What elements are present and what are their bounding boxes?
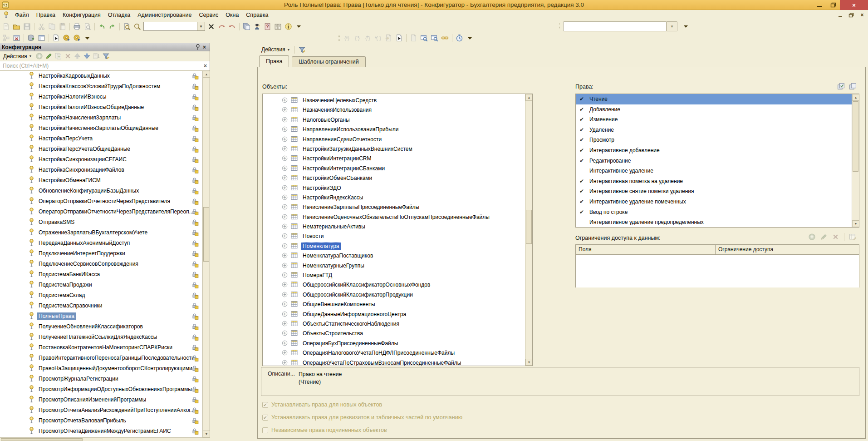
object-item[interactable]: НастройкиОбменСБанками xyxy=(263,173,532,183)
tree-item[interactable]: ПравоНаЗащищенныйДокументооборотСКонтрол… xyxy=(0,363,210,374)
timer-icon[interactable] xyxy=(455,33,464,43)
expand-icon[interactable] xyxy=(282,350,288,356)
tree-item[interactable]: ПросмотрОтчетаВаловаяПрибыль xyxy=(0,416,210,426)
scroll-up-button[interactable]: ▲ xyxy=(525,94,533,101)
checked-icon[interactable]: ✔ xyxy=(579,145,584,156)
search-window-icon[interactable] xyxy=(430,33,439,43)
tree-hscrollbar[interactable] xyxy=(0,437,210,441)
scroll-up-button[interactable]: ▲ xyxy=(203,71,210,78)
scrollbar-thumb[interactable] xyxy=(203,207,209,262)
tree-item[interactable]: ПостановкаКонтрагентовНаМониторингСПАРКР… xyxy=(0,342,210,353)
find-next-icon[interactable] xyxy=(217,22,226,31)
tab-права[interactable]: Права xyxy=(259,55,289,67)
expand-icon[interactable] xyxy=(282,233,288,239)
object-item[interactable]: НематериальныеАктивы xyxy=(263,222,532,232)
tree-item[interactable]: НастройкаСинхронизацииСЕГАИС xyxy=(0,154,210,165)
object-item[interactable]: НачислениеЗарплатыПрисоединенныеФайлы xyxy=(263,203,532,212)
object-item[interactable]: НалоговыеОрганы xyxy=(263,115,532,125)
tree-item[interactable]: НастройкаПерсУчета xyxy=(0,134,210,144)
tree-item[interactable]: ОператорОтправкиОтчетностиЧерезПредстави… xyxy=(0,207,210,217)
filter-icon[interactable] xyxy=(102,52,110,60)
clear-search-icon[interactable]: × xyxy=(204,63,207,69)
tree-item[interactable]: НастройкаПерсУчетаОбщиеДанные xyxy=(0,144,210,154)
expand-icon[interactable] xyxy=(282,107,288,113)
tree-item[interactable]: ПросмотрОтчетаДвиженияМеждуРегистрамиЕГА… xyxy=(0,426,210,436)
tree-item[interactable]: НастройкаНачисленияЗарплаты xyxy=(0,113,210,123)
filter-icon[interactable] xyxy=(297,45,307,55)
scrollbar-thumb[interactable] xyxy=(853,101,858,172)
print-icon[interactable] xyxy=(72,22,82,31)
object-item[interactable]: НаправленияИспользованияПрибыли xyxy=(263,125,532,134)
expand-icon[interactable] xyxy=(282,136,288,142)
close-panel-icon[interactable]: × xyxy=(201,44,208,50)
configuration-search-combo[interactable]: ▼ xyxy=(563,21,677,31)
menu-правка[interactable]: Правка xyxy=(33,10,59,20)
info-icon[interactable] xyxy=(284,22,293,31)
menu-отладка[interactable]: Отладка xyxy=(104,10,134,20)
expand-icon[interactable] xyxy=(282,175,288,181)
tree-item[interactable]: НастройкиОбменаГИСМ xyxy=(0,175,210,186)
expand-icon[interactable] xyxy=(282,223,288,229)
object-item[interactable]: ОбщиеДанныеИнформационногоЦентра xyxy=(263,310,532,319)
actions-menu-button[interactable]: Действия▼ xyxy=(1,52,34,60)
right-item[interactable]: ✔Ввод по строке xyxy=(576,207,859,218)
tree-item[interactable]: ОбновлениеКонфигурацииБазыДанных xyxy=(0,186,210,196)
wizard-icon[interactable] xyxy=(252,22,262,31)
tree-item[interactable]: НастройкаНалогиИВзносыОбщиеДанные xyxy=(0,102,210,113)
tree-item[interactable]: НастройкаНачисленияЗарплатыОбщиеДанные xyxy=(0,123,210,134)
tree-item[interactable]: ПередачаДанныхАнонимныйДоступ xyxy=(0,238,210,248)
tree-item[interactable]: ПодсистемаПродажи xyxy=(0,280,210,290)
expand-icon[interactable] xyxy=(282,146,288,152)
tree-item[interactable]: ОператорОтправкиОтчетностиЧерезПредстави… xyxy=(0,196,210,207)
dropdown-icon[interactable] xyxy=(681,22,691,31)
tab-шаблоны-ограничений[interactable]: Шаблоны ограничений xyxy=(292,56,365,67)
object-item[interactable]: Новости xyxy=(263,232,532,241)
combo-input[interactable] xyxy=(563,21,667,31)
tree-item[interactable]: ПросмотрИнформацииОДоступныхОбновленияхП… xyxy=(0,384,210,395)
edit-icon[interactable] xyxy=(44,52,53,60)
right-item[interactable]: ✔Интерактивная пометка на удаление xyxy=(576,176,859,187)
object-item[interactable]: Номенклатура xyxy=(263,242,532,251)
check-all-icon[interactable] xyxy=(836,82,846,91)
objects-scrollbar[interactable]: ▲ ▼ xyxy=(525,94,532,366)
cd-save-icon[interactable] xyxy=(62,33,71,43)
checked-icon[interactable]: ✔ xyxy=(579,135,584,145)
restore-button[interactable] xyxy=(826,0,840,10)
object-item[interactable]: ОбъектыСтатистическогоНаблюдения xyxy=(263,319,532,329)
right-item[interactable]: ✔Интерактивное добавление xyxy=(576,145,859,156)
expand-icon[interactable] xyxy=(282,321,288,327)
object-item[interactable]: НачислениеОценочныхОбязательствПоОтпуска… xyxy=(263,213,532,222)
expand-icon[interactable] xyxy=(282,204,288,210)
expand-icon[interactable] xyxy=(282,301,288,307)
object-item[interactable]: НазначениеЦелевыхСредств xyxy=(263,96,532,105)
window-panel-icon[interactable] xyxy=(37,33,46,43)
right-item[interactable]: ✔Удаление xyxy=(576,125,859,135)
object-item[interactable]: НастройкиЯндексКассы xyxy=(263,193,532,203)
tree-item[interactable]: ПодсистемаСправочники xyxy=(0,301,210,311)
combo-input[interactable] xyxy=(143,22,197,31)
child-restore-button[interactable] xyxy=(848,12,854,18)
redo-icon[interactable] xyxy=(108,22,117,31)
tree-item[interactable]: ПолныеПрава xyxy=(0,311,210,322)
tree-item[interactable]: ПросмотрЖурналаРегистрации xyxy=(0,374,210,384)
document-run-icon[interactable] xyxy=(51,33,61,43)
tree-item[interactable]: НастройкаНалогиИВзносы xyxy=(0,92,210,102)
checked-icon[interactable]: ✔ xyxy=(579,114,584,125)
close-window-icon[interactable] xyxy=(12,33,21,43)
scroll-down-button[interactable]: ▼ xyxy=(203,431,210,437)
object-item[interactable]: НаправленияСдачиОтчетности xyxy=(263,135,532,144)
object-item[interactable]: ОбщероссийскийКлассификаторПродукции xyxy=(263,290,532,300)
checked-icon[interactable]: ✔ xyxy=(579,186,584,197)
zoom-icon[interactable] xyxy=(132,22,142,31)
search-window-icon[interactable] xyxy=(419,33,429,43)
chain-sync-icon[interactable] xyxy=(440,33,450,43)
checked-icon[interactable]: ✔ xyxy=(579,156,584,166)
tree-item[interactable]: ОтправкаSMS xyxy=(0,217,210,228)
object-item[interactable]: ОбщиеВнешниеКомпоненты xyxy=(263,300,532,309)
rights-scrollbar[interactable]: ▲ ▼ xyxy=(852,94,859,227)
child-close-button[interactable]: × xyxy=(859,12,865,18)
undo-icon[interactable] xyxy=(97,22,107,31)
combo-dropdown-button[interactable]: ▼ xyxy=(197,22,205,31)
menu-окна[interactable]: Окна xyxy=(222,10,242,20)
expand-icon[interactable] xyxy=(282,272,288,278)
